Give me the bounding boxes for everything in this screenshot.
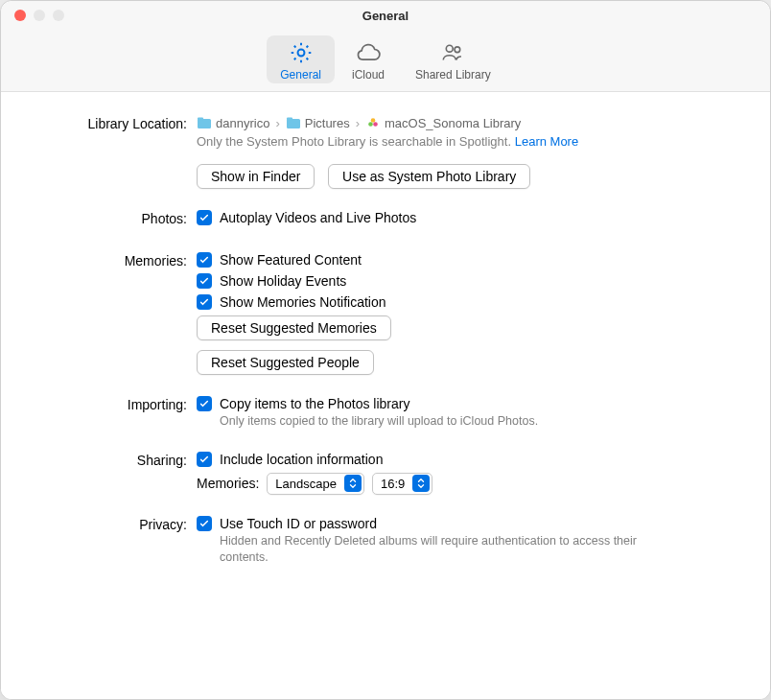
sharing-memories-label: Memories: [197,476,259,491]
close-window-button[interactable] [14,10,26,21]
section-library-location: Library Location: dannyrico › Pictures › [35,115,736,189]
tab-general[interactable]: General [267,35,335,83]
cloud-icon [355,39,382,66]
window-title: General [1,9,770,23]
autoplay-checkbox[interactable] [197,210,212,225]
minimize-window-button[interactable] [34,10,45,21]
photos-library-icon [365,115,381,130]
svg-rect-4 [198,118,203,121]
tab-general-label: General [280,68,321,82]
photos-label: Photos: [35,210,197,231]
stepper-arrows-icon [412,475,430,492]
holiday-events-label: Show Holiday Events [220,273,346,289]
touch-id-label: Use Touch ID or password [220,516,377,531]
section-memories: Memories: Show Featured Content Show Hol… [35,252,736,375]
pictures-folder-icon [286,115,301,130]
breadcrumb-segment-1: Pictures [305,116,350,130]
section-sharing: Sharing: Include location information Me… [35,452,736,495]
reset-suggested-people-button[interactable]: Reset Suggested People [197,350,374,375]
people-icon [439,39,466,66]
library-location-label: Library Location: [35,115,197,189]
preferences-toolbar: General iCloud Shared Library [1,30,770,92]
chevron-right-icon: › [273,116,281,130]
learn-more-link[interactable]: Learn More [515,134,578,149]
section-importing: Importing: Copy items to the Photos libr… [35,396,736,431]
settings-content: Library Location: dannyrico › Pictures › [1,92,770,699]
settings-window: General General iCloud [0,0,771,700]
aspect-select[interactable]: 16:9 [372,473,432,495]
svg-point-7 [371,118,376,123]
svg-point-8 [368,122,373,127]
tab-shared-library-label: Shared Library [415,68,491,82]
zoom-window-button[interactable] [53,10,64,21]
stepper-arrows-icon [344,475,362,492]
home-folder-icon [197,115,212,130]
chevron-right-icon: › [354,116,362,130]
importing-label: Importing: [35,396,197,431]
privacy-description: Hidden and Recently Deleted albums will … [220,533,680,567]
memories-label: Memories: [35,252,197,375]
reset-suggested-memories-button[interactable]: Reset Suggested Memories [197,315,391,340]
tab-shared-library[interactable]: Shared Library [402,35,504,83]
orientation-select-value: Landscape [275,477,337,491]
gear-icon [288,39,315,66]
memories-notification-checkbox[interactable] [197,294,212,310]
copy-items-checkbox[interactable] [197,396,212,411]
privacy-label: Privacy: [35,516,197,567]
show-in-finder-button[interactable]: Show in Finder [197,164,315,189]
aspect-select-value: 16:9 [381,477,405,491]
include-location-label: Include location information [220,452,383,467]
svg-point-0 [297,50,304,57]
section-privacy: Privacy: Use Touch ID or password Hidden… [35,516,736,567]
tab-icloud-label: iCloud [352,68,385,82]
traffic-lights [1,10,64,21]
use-as-system-library-button[interactable]: Use as System Photo Library [328,164,530,189]
holiday-events-checkbox[interactable] [197,273,212,289]
library-location-note: Only the System Photo Library is searcha… [197,134,736,149]
include-location-checkbox[interactable] [197,452,212,467]
tab-icloud[interactable]: iCloud [335,35,402,83]
titlebar: General [1,1,770,30]
svg-point-9 [373,122,378,127]
breadcrumb-segment-2: macOS_Sonoma Library [385,116,521,130]
svg-point-2 [455,47,460,53]
breadcrumb-segment-0: dannyrico [216,116,269,130]
svg-rect-6 [287,118,292,121]
featured-content-checkbox[interactable] [197,252,212,268]
sharing-label: Sharing: [35,452,197,495]
autoplay-label: Autoplay Videos and Live Photos [220,210,416,225]
importing-description: Only items copied to the library will up… [220,413,736,431]
library-location-note-text: Only the System Photo Library is searcha… [197,134,511,149]
svg-point-1 [447,45,454,52]
orientation-select[interactable]: Landscape [267,473,364,495]
memories-notification-label: Show Memories Notification [220,294,386,310]
section-photos: Photos: Autoplay Videos and Live Photos [35,210,736,231]
touch-id-checkbox[interactable] [197,516,212,531]
featured-content-label: Show Featured Content [220,252,362,268]
copy-items-label: Copy items to the Photos library [220,396,409,411]
library-path-breadcrumb[interactable]: dannyrico › Pictures › [197,115,736,130]
